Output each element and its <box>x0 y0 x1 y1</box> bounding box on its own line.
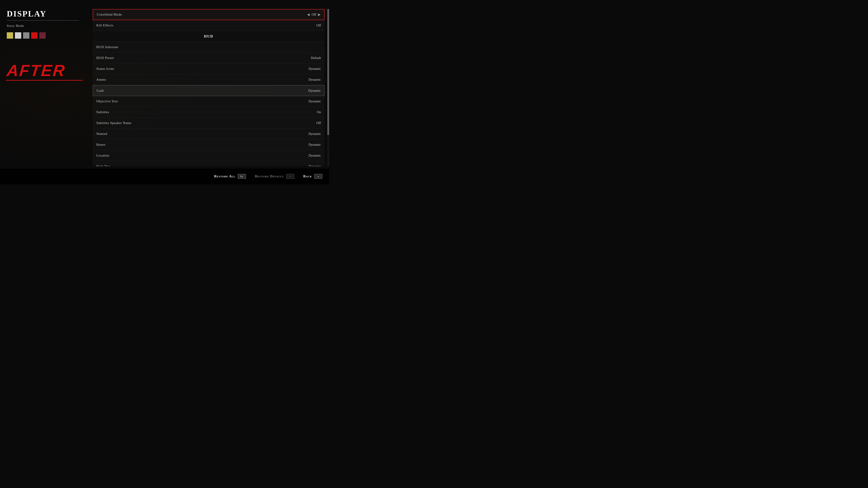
cash-label: Cash <box>96 89 104 93</box>
kill-effects-label: Kill Effects <box>96 24 113 27</box>
ammo-value: Dynamic <box>309 78 321 82</box>
help-tips-value: Dynamic <box>309 164 321 166</box>
cash-value: Dynamic <box>308 89 321 93</box>
kill-effects-value: Off <box>316 24 321 27</box>
hud-preset-label: HUD Preset <box>96 56 114 60</box>
swatch-dark-gray[interactable] <box>23 32 29 39</box>
colorblind-mode-value: ◀ Off ▶ <box>307 13 320 17</box>
setting-hud-preset[interactable]: HUD Preset Default <box>93 53 324 64</box>
setting-hud-safezone[interactable]: HUD Safezone <box>93 42 324 53</box>
back-key-icon: ← <box>318 175 319 177</box>
setting-subtitles[interactable]: Subtitles On <box>93 107 324 118</box>
subtitles-speaker-name-value: Off <box>316 121 321 125</box>
swatch-red[interactable] <box>31 32 37 39</box>
scrollbar[interactable] <box>327 9 329 166</box>
setting-ammo[interactable]: Ammo Dynamic <box>93 74 324 85</box>
settings-list: Colorblind Mode ◀ Off ▶ Kill Effects Off… <box>93 9 324 166</box>
setting-honor[interactable]: Honor Dynamic <box>93 139 324 150</box>
swatch-light-gray[interactable] <box>15 32 21 39</box>
restore-default-label: Restore Default <box>255 174 284 178</box>
setting-subtitles-speaker-name[interactable]: Subtitles Speaker Name Off <box>93 118 324 129</box>
ammo-label: Ammo <box>96 78 106 82</box>
subtitles-label: Subtitles <box>96 110 109 114</box>
honor-label: Honor <box>96 143 105 147</box>
subtitles-speaker-name-label: Subtitles Speaker Name <box>96 121 131 125</box>
restore-default-key: — <box>286 174 294 179</box>
restore-default-key-icon: — <box>289 175 291 177</box>
setting-objective-text[interactable]: Objective Text Dynamic <box>93 96 324 107</box>
setting-colorblind-mode[interactable]: Colorblind Mode ◀ Off ▶ <box>93 9 324 20</box>
subtitle: Story Mode <box>7 24 84 28</box>
back-key: ← <box>314 174 322 179</box>
back-label: Back <box>303 174 312 178</box>
page-title: Display <box>7 9 84 19</box>
arrow-right-icon: ▶ <box>318 13 320 17</box>
title-divider <box>7 20 79 21</box>
setting-status-icons[interactable]: Status Icons Dynamic <box>93 64 324 74</box>
right-panel: Colorblind Mode ◀ Off ▶ Kill Effects Off… <box>90 0 329 184</box>
subtitles-value: On <box>317 110 321 114</box>
left-panel: Display Story Mode AFTER <box>0 0 90 184</box>
setting-hud-header: HUD <box>93 31 324 42</box>
status-icons-label: Status Icons <box>96 67 114 71</box>
status-icons-value: Dynamic <box>309 67 321 71</box>
wanted-value: Dynamic <box>309 132 321 136</box>
restore-default-action: Restore Default — <box>255 174 294 179</box>
help-tips-label: Help Tips <box>96 164 111 166</box>
restore-all-action[interactable]: Restore All L↑ <box>214 174 246 179</box>
back-action[interactable]: Back ← <box>303 174 322 179</box>
objective-text-value: Dynamic <box>309 99 321 103</box>
hud-safezone-label: HUD Safezone <box>96 45 118 49</box>
location-value: Dynamic <box>309 154 321 158</box>
setting-cash[interactable]: Cash Dynamic <box>93 85 324 96</box>
after-text: AFTER <box>6 61 84 80</box>
swatch-yellow[interactable] <box>7 32 13 39</box>
hud-section-title: HUD <box>204 34 213 38</box>
setting-help-tips[interactable]: Help Tips Dynamic <box>93 161 324 166</box>
bottom-bar: Restore All L↑ Restore Default — Back ← <box>0 168 329 184</box>
restore-all-label: Restore All <box>214 174 236 178</box>
display-settings-page: Display Story Mode AFTER Colorblind Mode… <box>0 0 329 184</box>
objective-text-label: Objective Text <box>96 99 118 103</box>
swatch-dark-red[interactable] <box>39 32 46 39</box>
restore-all-key: L↑ <box>238 174 246 179</box>
scrollbar-thumb[interactable] <box>327 9 329 135</box>
honor-value: Dynamic <box>309 143 321 147</box>
restore-all-key-icon: L↑ <box>241 175 243 177</box>
arrow-left-icon: ◀ <box>307 13 310 17</box>
hud-preset-value: Default <box>311 56 321 60</box>
wanted-label: Wanted <box>96 132 107 136</box>
colorblind-mode-label: Colorblind Mode <box>97 13 122 17</box>
color-swatches <box>7 32 84 39</box>
setting-location[interactable]: Location Dynamic <box>93 150 324 161</box>
setting-kill-effects[interactable]: Kill Effects Off <box>93 20 324 31</box>
location-label: Location <box>96 154 109 158</box>
colorblind-mode-value-text: Off <box>311 13 316 17</box>
setting-wanted[interactable]: Wanted Dynamic <box>93 129 324 139</box>
